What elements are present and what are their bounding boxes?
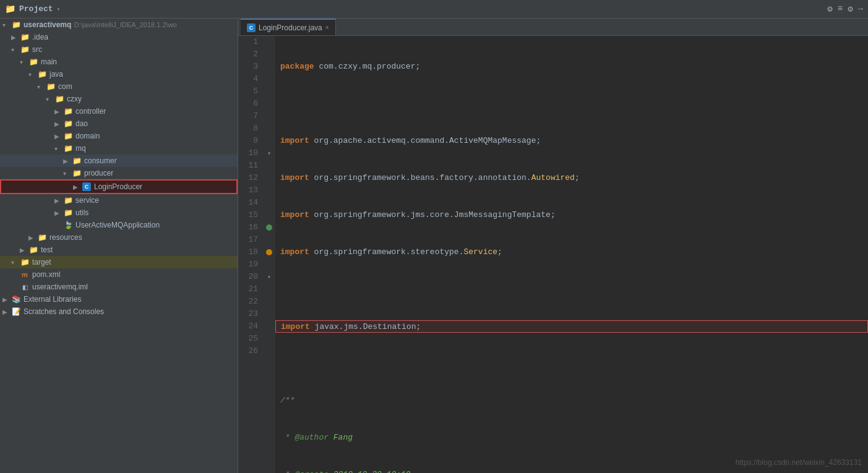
target-label: target [32,258,51,266]
ln-2: 2 [238,48,263,61]
code-container: 1 2 3 4 5 6 7 8 9 10 11 12 13 14 15 16 1 [238,36,868,473]
sidebar-item-czxy[interactable]: ▾ 📁 czxy [0,93,238,105]
code-line-4: import org.springframework.beans.factory… [275,172,868,184]
resources-arrow: ▶ [28,234,37,241]
extlibs-arrow: ▶ [2,296,11,303]
ln-9: 9 [238,135,263,147]
sidebar-item-scratches[interactable]: ▶ 📝 Scratches and Consoles [0,305,238,318]
arrow-icon[interactable]: → [858,4,863,14]
gutter-10: ▾ [263,147,275,160]
producer-arrow: ▾ [63,170,72,177]
extlibs-label: External Libraries [24,295,81,304]
iml-icon: ◧ [20,282,30,292]
tab-close-button[interactable]: × [325,24,329,31]
gutter-4 [263,73,275,85]
code-lines[interactable]: package com.czxy.mq.producer; import org… [275,36,868,473]
java-folder-icon: 📁 [37,69,47,79]
ln-17: 17 [238,234,263,246]
gutter-12 [263,172,275,184]
sidebar-item-mq[interactable]: ▾ 📁 mq [0,142,238,155]
sidebar-item-useractmqapp[interactable]: 🍃 UserActiveMQApplication [0,219,238,231]
settings-icon[interactable]: ⚙ [827,4,832,14]
domain-label: domain [75,132,100,140]
line-numbers: 1 2 3 4 5 6 7 8 9 10 11 12 13 14 15 16 1 [238,36,263,473]
main-layout: ▾ 📁 useractivemq D:\java\IntelliJ_IDEA_2… [0,19,868,473]
consumer-label: consumer [84,156,117,165]
gutter-8 [263,122,275,135]
sidebar-item-iml[interactable]: ◧ useractivemq.iml [0,281,238,293]
code-line-11: * @author Fang [275,432,868,444]
resources-folder-icon: 📁 [37,232,47,242]
code-line-3: import org.apache.activemq.command.Activ… [275,135,868,147]
code-line-10: /** [275,394,868,407]
ln-23: 23 [238,308,263,320]
gutter-15 [263,209,275,221]
mq-arrow: ▾ [54,145,63,152]
ln-22: 22 [238,296,263,308]
sidebar-item-src[interactable]: ▾ 📁 src [0,43,238,56]
title-bar: 📁 Project ▾ ⚙ ≡ ⚙ → [0,0,868,19]
ln-19: 19 [238,258,263,271]
main-folder-icon: 📁 [28,57,38,67]
service-arrow: ▶ [54,197,63,204]
gutter-3 [263,61,275,73]
sidebar-item-extlibs[interactable]: ▶ 📚 External Libraries [0,293,238,305]
ln-10: 10 [238,147,263,160]
scratches-icon: 📝 [11,307,21,317]
extlibs-icon: 📚 [11,294,21,304]
ln-13: 13 [238,184,263,197]
root-arrow: ▾ [2,22,11,28]
ln-25: 25 [238,333,263,345]
sidebar-item-idea[interactable]: ▶ 📁 .idea [0,31,238,43]
mq-folder-icon: 📁 [63,143,73,153]
tab-label: LoginProducer.java [259,23,322,32]
idea-arrow: ▶ [11,34,20,41]
ln-11: 11 [238,160,263,172]
sidebar-item-domain[interactable]: ▶ 📁 domain [0,130,238,142]
filter-icon[interactable]: ≡ [838,4,843,14]
sidebar-item-consumer[interactable]: ▶ 📁 consumer [0,155,238,167]
title-bar-icons: ⚙ ≡ ⚙ → [827,4,863,14]
gutter-7 [263,110,275,122]
loginproducer-arrow: ▶ [73,184,82,190]
project-icon: 📁 [5,4,15,14]
sidebar-item-service[interactable]: ▶ 📁 service [0,194,238,207]
root-folder-icon: 📁 [11,20,21,30]
sidebar-item-loginproducer[interactable]: ▶ C LoginProducer [0,179,238,194]
src-arrow: ▾ [11,46,20,53]
sidebar-item-pom[interactable]: m pom.xml [0,268,238,281]
gutter-21 [263,283,275,296]
sidebar-root-item[interactable]: ▾ 📁 useractivemq D:\java\IntelliJ_IDEA_2… [0,19,238,31]
test-folder-icon: 📁 [28,245,38,255]
sidebar-item-main[interactable]: ▾ 📁 main [0,56,238,68]
gear-icon[interactable]: ⚙ [848,4,853,14]
ln-14: 14 [238,197,263,209]
sidebar-item-target[interactable]: ▾ 📁 target [0,256,238,268]
sidebar-item-test[interactable]: ▶ 📁 test [0,244,238,256]
idea-label: .idea [32,33,48,41]
gutter-26 [263,345,275,357]
sidebar-item-com[interactable]: ▾ 📁 com [0,80,238,93]
sidebar-item-resources[interactable]: ▶ 📁 resources [0,231,238,244]
sidebar-item-controller[interactable]: ▶ 📁 controller [0,105,238,117]
ln-1: 1 [238,36,263,48]
title-bar-dropdown[interactable]: ▾ [57,6,61,13]
root-path: D:\java\IntelliJ_IDEA_2018.1.2\wo [74,21,176,28]
gutter-9 [263,135,275,147]
pom-icon: m [20,270,30,279]
tab-loginproducer[interactable]: C LoginProducer.java × [241,19,336,35]
gutter-17 [263,234,275,246]
idea-folder-icon: 📁 [20,32,30,42]
ln-21: 21 [238,283,263,296]
domain-arrow: ▶ [54,133,63,140]
dao-arrow: ▶ [54,121,63,127]
sidebar-item-java[interactable]: ▾ 📁 java [0,68,238,80]
tab-bar: C LoginProducer.java × [238,19,868,36]
sidebar-item-producer[interactable]: ▾ 📁 producer [0,167,238,179]
ln-18: 18 [238,246,263,258]
sidebar-item-utils[interactable]: ▶ 📁 utils [0,207,238,219]
editor-area: 1 2 3 4 5 6 7 8 9 10 11 12 13 14 15 16 1 [238,36,868,473]
ln-24: 24 [238,320,263,333]
sidebar-item-dao[interactable]: ▶ 📁 dao [0,117,238,130]
useractmqapp-label: UserActiveMQApplication [75,221,160,229]
